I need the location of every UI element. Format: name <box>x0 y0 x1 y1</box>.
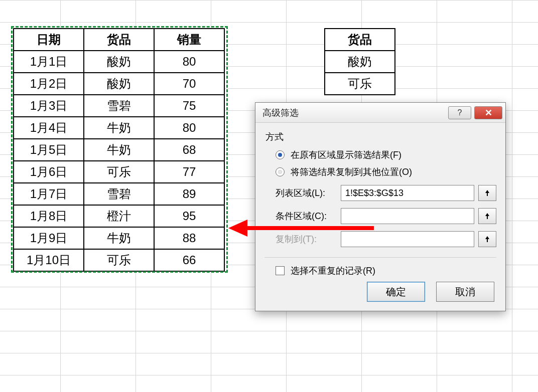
radio-copy-elsewhere[interactable]: 将筛选结果复制到其他位置(O) <box>276 166 496 178</box>
table-cell[interactable]: 酸奶 <box>325 51 395 73</box>
table-cell[interactable]: 80 <box>154 117 224 139</box>
list-range-picker-button[interactable] <box>478 185 496 201</box>
criteria-range-input[interactable] <box>341 208 474 224</box>
table-cell[interactable]: 可乐 <box>84 161 154 183</box>
radio-filter-inplace[interactable]: 在原有区域显示筛选结果(F) <box>276 149 496 161</box>
copyto-range-picker-button[interactable] <box>478 231 496 247</box>
table-cell[interactable]: 75 <box>154 95 224 117</box>
table-row[interactable]: 1月2日酸奶70 <box>14 73 224 95</box>
table-cell[interactable]: 77 <box>154 161 224 183</box>
table-row[interactable]: 1月5日牛奶68 <box>14 139 224 161</box>
table-cell[interactable]: 1月10日 <box>14 249 84 271</box>
help-button[interactable]: ? <box>448 106 471 119</box>
close-button[interactable]: ✕ <box>474 106 502 119</box>
criteria-range-picker-button[interactable] <box>478 208 496 224</box>
table-cell[interactable]: 橙汁 <box>84 205 154 227</box>
range-select-icon <box>483 235 491 243</box>
table-cell[interactable]: 1月7日 <box>14 183 84 205</box>
table-row[interactable]: 1月6日可乐77 <box>14 161 224 183</box>
table-cell[interactable]: 可乐 <box>84 249 154 271</box>
table-cell[interactable]: 可乐 <box>325 73 395 95</box>
table-cell[interactable]: 1月4日 <box>14 117 84 139</box>
table-cell[interactable]: 雪碧 <box>84 95 154 117</box>
table-cell[interactable]: 雪碧 <box>84 183 154 205</box>
criteria-range-label: 条件区域(C): <box>276 210 341 222</box>
table-cell[interactable]: 牛奶 <box>84 227 154 249</box>
table-cell[interactable]: 酸奶 <box>84 51 154 73</box>
table-row[interactable]: 1月7日雪碧89 <box>14 183 224 205</box>
dialog-titlebar[interactable]: 高级筛选 ? ✕ <box>255 103 505 123</box>
copyto-range-input <box>341 231 474 247</box>
unique-records-checkbox[interactable]: 选择不重复的记录(R) <box>276 265 496 277</box>
table-row[interactable]: 1月10日可乐66 <box>14 249 224 271</box>
mode-group-label: 方式 <box>265 131 496 143</box>
cancel-button[interactable]: 取消 <box>436 282 494 302</box>
table-cell[interactable]: 牛奶 <box>84 139 154 161</box>
table-cell[interactable]: 1月2日 <box>14 73 84 95</box>
table-row[interactable]: 1月3日雪碧75 <box>14 95 224 117</box>
table-cell[interactable]: 68 <box>154 139 224 161</box>
range-select-icon <box>483 189 491 197</box>
radio-icon <box>276 167 285 176</box>
table-row[interactable]: 1月4日牛奶80 <box>14 117 224 139</box>
table-cell[interactable]: 88 <box>154 227 224 249</box>
table-row[interactable]: 酸奶 <box>325 51 395 73</box>
table-cell[interactable]: 酸奶 <box>84 73 154 95</box>
radio-icon <box>276 150 285 159</box>
table-cell[interactable]: 80 <box>154 51 224 73</box>
table-row[interactable]: 1月8日橙汁95 <box>14 205 224 227</box>
copyto-range-label: 复制到(T): <box>276 233 341 245</box>
table-cell[interactable]: 1月1日 <box>14 51 84 73</box>
column-header: 货品 <box>84 29 154 51</box>
table-cell[interactable]: 1月3日 <box>14 95 84 117</box>
table-cell[interactable]: 95 <box>154 205 224 227</box>
criteria-header: 货品 <box>325 29 395 51</box>
dialog-separator <box>264 257 496 258</box>
table-cell[interactable]: 1月9日 <box>14 227 84 249</box>
list-range-input[interactable] <box>341 185 474 201</box>
table-cell[interactable]: 牛奶 <box>84 117 154 139</box>
table-cell[interactable]: 1月8日 <box>14 205 84 227</box>
table-cell[interactable]: 66 <box>154 249 224 271</box>
table-cell[interactable]: 70 <box>154 73 224 95</box>
list-range-label: 列表区域(L): <box>276 187 341 199</box>
radio-label: 在原有区域显示筛选结果(F) <box>291 149 401 161</box>
column-header: 日期 <box>14 29 84 51</box>
checkbox-label: 选择不重复的记录(R) <box>291 265 375 277</box>
table-cell[interactable]: 1月5日 <box>14 139 84 161</box>
table-row[interactable]: 1月1日酸奶80 <box>14 51 224 73</box>
dialog-title: 高级筛选 <box>262 107 448 119</box>
main-data-table: 日期货品销量 1月1日酸奶801月2日酸奶701月3日雪碧751月4日牛奶801… <box>13 28 225 272</box>
ok-button[interactable]: 确定 <box>367 282 425 302</box>
radio-label: 将筛选结果复制到其他位置(O) <box>291 166 412 178</box>
advanced-filter-dialog: 高级筛选 ? ✕ 方式 在原有区域显示筛选结果(F) 将筛选结果复制到其他位置(… <box>255 102 506 311</box>
table-row[interactable]: 可乐 <box>325 73 395 95</box>
table-cell[interactable]: 89 <box>154 183 224 205</box>
column-header: 销量 <box>154 29 224 51</box>
table-row[interactable]: 1月9日牛奶88 <box>14 227 224 249</box>
range-select-icon <box>483 212 491 220</box>
criteria-table: 货品 酸奶可乐 <box>324 28 395 95</box>
table-cell[interactable]: 1月6日 <box>14 161 84 183</box>
checkbox-icon <box>276 266 285 275</box>
